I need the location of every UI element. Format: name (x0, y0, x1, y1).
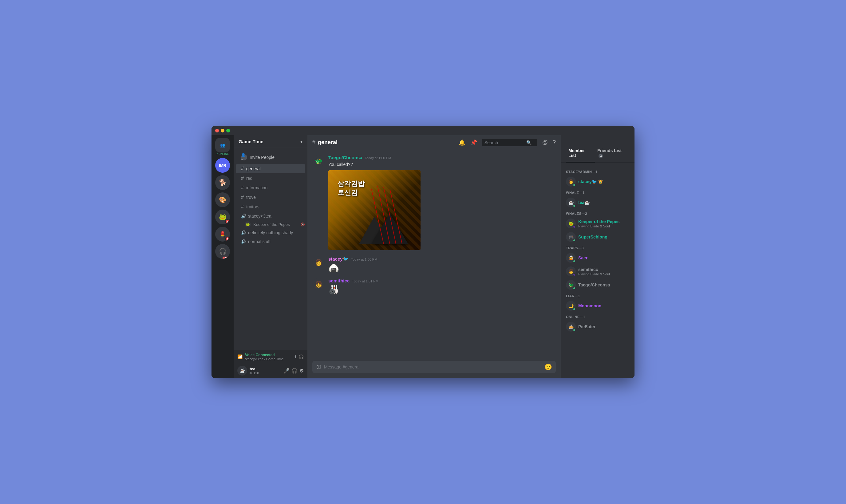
maximize-button[interactable] (226, 129, 230, 132)
role-header-staceyadmin: STACEYADMIN—1 (563, 167, 632, 175)
server-name: Game Time (238, 139, 264, 144)
server-item-imr[interactable]: IMR (215, 158, 230, 173)
member-info: tea☕ (578, 200, 590, 205)
message-input[interactable] (324, 361, 542, 373)
voice-channel-shady[interactable]: 🔊 definitely nothing shady (236, 228, 305, 237)
channel-name: red (246, 176, 252, 181)
message-group: 👧 semithicc Today at 1:01 PM 🎳 (312, 278, 556, 295)
svg-line-0 (371, 189, 384, 244)
channel-name: stacey<3tea (248, 214, 271, 218)
minimize-button[interactable] (221, 129, 224, 132)
svg-line-3 (390, 189, 402, 244)
voice-actions: ℹ 🎧 (294, 354, 304, 359)
add-file-button[interactable]: ⊕ (316, 363, 322, 371)
message-content: stacey🐦 Today at 1:00 PM 🍙 (328, 256, 556, 273)
message-emoji: 🍙 (328, 263, 556, 273)
at-icon[interactable]: @ (542, 139, 548, 146)
member-info: PieEater (578, 324, 595, 329)
tab-friends-list[interactable]: Friends List 3 (595, 144, 630, 162)
message-emoji: 🎳 (328, 285, 556, 295)
message-timestamp: Today at 1:01 PM (352, 280, 378, 283)
channel-item-trove[interactable]: # trove (236, 193, 305, 202)
help-icon[interactable]: ? (553, 139, 556, 146)
server-item-lipstick[interactable]: 💄 1 (215, 227, 230, 241)
channel-hash-icon: # (312, 139, 316, 146)
microphone-button[interactable]: 🎤 (284, 368, 290, 374)
crown-icon: 👑 (598, 179, 603, 184)
chat-messages: 🐲 Taego/Cheonsa Today at 1:00 PM You cal… (307, 150, 561, 361)
close-button[interactable] (215, 129, 219, 132)
message-avatar: 👧 (312, 278, 325, 290)
user-info: tea #0110 (250, 367, 281, 375)
member-item-saer[interactable]: 🧝 Saer (563, 251, 632, 265)
member-tabs: Member List Friends List 3 (561, 144, 634, 163)
voice-connected-bar: 📶 Voice Connected stacey<3tea / Game Tim… (234, 350, 307, 363)
emoji-button[interactable]: 🙂 (544, 363, 552, 371)
server-header[interactable]: Game Time ▾ (234, 135, 307, 148)
member-item-stacey[interactable]: 👩 stacey🐦 👑 (563, 175, 632, 188)
user-avatar: ☕ (237, 366, 247, 376)
channel-sidebar: Game Time ▾ 👤+ Invite People # general #… (234, 126, 307, 378)
server-item-gametime[interactable]: 👥 7 ONLINE (215, 138, 230, 156)
tab-member-list[interactable]: Member List (566, 144, 595, 162)
member-info: Moonmoon (578, 303, 601, 308)
speaker-icon: 🔊 (241, 230, 246, 235)
voice-settings-button[interactable]: 🎧 (299, 354, 304, 359)
status-dot (573, 273, 576, 276)
member-name: Moonmoon (578, 303, 601, 308)
search-box[interactable]: 🔍 (482, 139, 537, 146)
member-item-pieeater[interactable]: 🥧 PieEater (563, 320, 632, 334)
status-dot (573, 183, 576, 186)
message-username[interactable]: stacey🐦 (328, 256, 348, 262)
member-name: Saer (578, 255, 588, 260)
server-item-art[interactable]: 🎨 (215, 192, 230, 207)
channel-item-red[interactable]: # red (236, 174, 305, 183)
search-input[interactable] (485, 140, 524, 145)
member-item-keeper[interactable]: 🐸 Keeper of the Pepes Playing Blade & So… (563, 217, 632, 230)
chat-input-box: ⊕ 🙂 (312, 361, 556, 373)
settings-button[interactable]: ⚙ (300, 368, 304, 374)
bell-icon[interactable]: 🔔 (458, 139, 465, 146)
member-info: Taego/Cheonsa (578, 282, 610, 288)
voice-member-keeper[interactable]: 🐸 Keeper of the Pepes 🔇 (234, 221, 307, 228)
message-avatar: 👩 (312, 256, 325, 269)
invite-people-button[interactable]: 👤+ Invite People (236, 152, 305, 163)
role-header-liar: LIAR—1 (563, 292, 632, 299)
chat-header: # general 🔔 📌 🔍 @ ? (307, 135, 561, 150)
channel-item-traitors[interactable]: # traitors (236, 202, 305, 212)
role-header-traps: TRAPS—3 (563, 244, 632, 251)
food-photo: 삼각김밥토신김 (328, 170, 420, 250)
server-item-pepe[interactable]: 🐸 4 (215, 210, 230, 224)
hash-icon: # (241, 204, 244, 210)
member-list: STACEYADMIN—1 👩 stacey🐦 👑 WHALE—1 ☕ (561, 165, 634, 378)
member-item-semithicc[interactable]: 👧 semithicc Playing Blade & Soul (563, 265, 632, 278)
new-badge: NEW↓ (222, 257, 230, 259)
headphones-button[interactable]: 🎧 (291, 368, 298, 374)
server-item-dog[interactable]: 🐕 (215, 175, 230, 190)
pin-icon[interactable]: 📌 (470, 139, 477, 146)
voice-channel-stacey[interactable]: 🔊 stacey<3tea (236, 212, 305, 220)
message-header: semithicc Today at 1:01 PM (328, 278, 556, 283)
member-info: semithicc Playing Blade & Soul (578, 267, 610, 276)
voice-info-button[interactable]: ℹ (294, 354, 296, 359)
member-status: Playing Blade & Soul (578, 272, 610, 276)
channel-item-information[interactable]: # information (236, 183, 305, 192)
channel-list: 👤+ Invite People # general # red # infor… (234, 148, 307, 350)
server-item-gaming[interactable]: 🎧 NEW↓ (215, 244, 230, 259)
message-group: 🐲 Taego/Cheonsa Today at 1:00 PM You cal… (312, 155, 556, 251)
notification-badge: 1 (225, 237, 230, 241)
member-item-superschlong[interactable]: 🎮 SuperSchlong (563, 230, 632, 244)
member-item-moonmoon[interactable]: 🌙 Moonmoon (563, 299, 632, 312)
message-username[interactable]: semithicc (328, 278, 349, 283)
member-item-taego[interactable]: 🐲 Taego/Cheonsa (563, 278, 632, 292)
role-header-whale: WHALE—1 (563, 188, 632, 196)
message-username[interactable]: Taego/Cheonsa (328, 155, 362, 160)
member-info: stacey🐦 👑 (578, 179, 603, 184)
channel-item-general[interactable]: # general (236, 164, 305, 173)
app-window: 👥 7 ONLINE IMR 🐕 🎨 🐸 4 💄 (212, 126, 634, 378)
member-info: Keeper of the Pepes Playing Blade & Soul (578, 219, 620, 228)
member-status: Playing Blade & Soul (578, 224, 620, 228)
voice-channel-normal[interactable]: 🔊 normal stuff (236, 237, 305, 246)
member-item-tea[interactable]: ☕ tea☕ (563, 196, 632, 209)
member-avatar-wrap: 🧝 (566, 253, 576, 263)
